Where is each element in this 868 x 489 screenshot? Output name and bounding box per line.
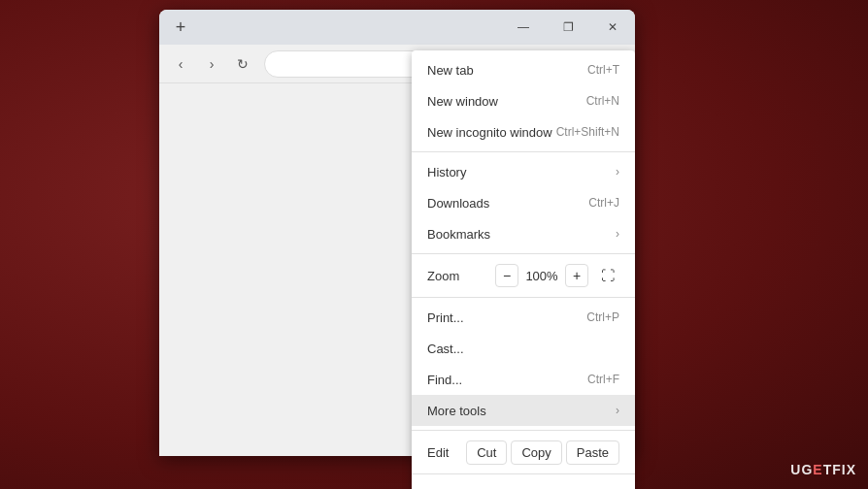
- menu-item-downloads[interactable]: Downloads Ctrl+J: [412, 187, 635, 218]
- paste-button[interactable]: Paste: [566, 440, 619, 465]
- divider: [412, 473, 635, 474]
- menu-item-label: Print...: [427, 310, 464, 325]
- menu-item-history[interactable]: History ›: [412, 156, 635, 187]
- minimize-button[interactable]: —: [501, 10, 546, 45]
- close-button[interactable]: ✕: [590, 10, 635, 45]
- menu-item-label: Cast...: [427, 342, 464, 356]
- menu-item-more-tools[interactable]: More tools › Save page as... Ctrl+S Crea…: [412, 395, 635, 426]
- context-menu: New tab Ctrl+T New window Ctrl+N New inc…: [412, 50, 635, 489]
- divider: [412, 253, 635, 254]
- zoom-label: Zoom: [427, 269, 495, 283]
- watermark: UGETFIX: [790, 462, 856, 477]
- menu-shortcut: Ctrl+N: [586, 94, 619, 108]
- menu-item-label: Bookmarks: [427, 227, 490, 242]
- submenu-arrow: ›: [616, 165, 619, 179]
- zoom-controls: − 100% + ⛶: [495, 264, 619, 287]
- menu-item-label: New tab: [427, 63, 474, 78]
- menu-shortcut: Ctrl+P: [586, 310, 619, 324]
- menu-item-label: New window: [427, 94, 498, 109]
- submenu-arrow: ›: [616, 404, 619, 417]
- browser-window: + — ❐ ✕ ‹ › ↻ ☆ 🛡 G 🧩 D ⋮ New tab Ctrl+T…: [159, 10, 635, 456]
- refresh-button[interactable]: ↻: [229, 50, 256, 78]
- cut-button[interactable]: Cut: [466, 440, 507, 465]
- divider: [412, 297, 635, 298]
- maximize-button[interactable]: ❐: [546, 10, 590, 45]
- divider: [412, 151, 635, 152]
- menu-item-label: Find...: [427, 373, 462, 387]
- edit-label: Edit: [427, 445, 462, 460]
- menu-shortcut: Ctrl+F: [587, 373, 619, 386]
- zoom-row: Zoom − 100% + ⛶: [412, 258, 635, 293]
- menu-item-find[interactable]: Find... Ctrl+F: [412, 364, 635, 395]
- menu-item-print[interactable]: Print... Ctrl+P: [412, 302, 635, 333]
- zoom-in-button[interactable]: +: [565, 264, 588, 287]
- window-controls: — ❐ ✕: [501, 10, 635, 45]
- menu-item-label: History: [427, 165, 466, 179]
- menu-item-new-window[interactable]: New window Ctrl+N: [412, 85, 635, 116]
- menu-item-label: New incognito window: [427, 125, 552, 140]
- watermark-part2: TFIX: [823, 462, 856, 477]
- titlebar: + — ❐ ✕: [159, 10, 635, 45]
- back-button[interactable]: ‹: [167, 50, 194, 78]
- menu-item-cast[interactable]: Cast...: [412, 333, 635, 364]
- watermark-part1: UG: [790, 462, 813, 477]
- forward-button[interactable]: ›: [198, 50, 225, 78]
- edit-row: Edit Cut Copy Paste: [412, 435, 635, 470]
- menu-item-incognito[interactable]: New incognito window Ctrl+Shift+N: [412, 116, 635, 147]
- browser-toolbar: ‹ › ↻ ☆ 🛡 G 🧩 D ⋮ New tab Ctrl+T New win…: [159, 45, 635, 83]
- menu-item-label: Downloads: [427, 196, 489, 211]
- menu-item-bookmarks[interactable]: Bookmarks ›: [412, 218, 635, 249]
- submenu-arrow: ›: [616, 227, 619, 241]
- watermark-highlight: E: [813, 462, 822, 477]
- new-tab-button[interactable]: +: [167, 14, 194, 41]
- menu-shortcut: Ctrl+T: [587, 63, 619, 77]
- menu-item-label: More tools: [427, 404, 486, 418]
- menu-shortcut: Ctrl+J: [588, 196, 619, 210]
- divider: [412, 430, 635, 431]
- menu-item-settings[interactable]: Settings: [412, 478, 635, 489]
- fullscreen-button[interactable]: ⛶: [596, 264, 619, 287]
- menu-shortcut: Ctrl+Shift+N: [556, 125, 619, 139]
- copy-button[interactable]: Copy: [511, 440, 561, 465]
- menu-item-new-tab[interactable]: New tab Ctrl+T: [412, 54, 635, 85]
- zoom-value: 100%: [522, 269, 561, 283]
- zoom-out-button[interactable]: −: [495, 264, 518, 287]
